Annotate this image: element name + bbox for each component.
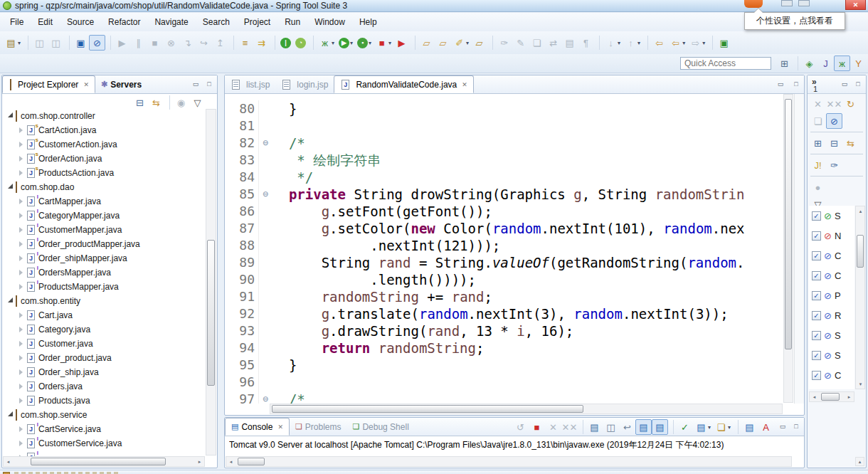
breakpoint-item-7[interactable]: ✓⊘S xyxy=(809,345,854,365)
maximize-view-button[interactable]: □ xyxy=(852,79,864,89)
group-by-button[interactable]: ● xyxy=(810,179,826,195)
breakpoint-checkbox[interactable]: ✓ xyxy=(812,251,821,260)
code-line-86[interactable]: 86 g.setFont(getFont()); xyxy=(226,203,793,220)
focus-on-active-task-button[interactable]: ◉ xyxy=(173,95,189,110)
start-server-button[interactable]: | xyxy=(278,35,293,51)
code-line-95[interactable]: 95 } xyxy=(226,357,793,374)
collapsed-twistie-icon[interactable] xyxy=(19,256,23,261)
menu-edit[interactable]: Edit xyxy=(31,14,60,31)
code-line-97[interactable]: 97⊖ /* xyxy=(226,391,793,404)
code-line-81[interactable]: 81 xyxy=(226,117,793,135)
pin-console-button[interactable]: ✓ xyxy=(677,419,693,435)
word-wrap-button[interactable]: ↩ xyxy=(619,419,635,435)
minimize-view-button[interactable]: ▭ xyxy=(839,79,850,89)
explorer-vertical-scrollbar[interactable] xyxy=(206,109,216,455)
new-dropdown[interactable]: ▾ xyxy=(18,40,21,46)
breakpoint-item-4[interactable]: ✓⊘P xyxy=(809,285,854,305)
skip-all-breakpoints-button[interactable]: ⊘ xyxy=(89,35,105,51)
explorer-horizontal-scrollbar[interactable]: ◂ ▸ xyxy=(3,456,205,467)
collapsed-twistie-icon[interactable] xyxy=(19,426,23,432)
breakpoint-checkbox[interactable]: ✓ xyxy=(812,211,821,221)
minimize-console-button[interactable]: ▭ xyxy=(777,421,788,431)
back-dropdown[interactable]: ▾ xyxy=(682,40,685,46)
scroll-left-arrow[interactable]: ◂ xyxy=(810,392,819,401)
next-annotation-dropdown[interactable]: ▾ xyxy=(618,40,620,46)
code-line-92[interactable]: 92 g.translate(random.nextInt(3), random… xyxy=(226,305,793,322)
breakpoint-item-8[interactable]: ✓⊘C xyxy=(809,365,854,385)
open-console-button[interactable]: ❏▾ xyxy=(713,419,733,435)
display-console-button[interactable]: ▤▾ xyxy=(693,419,713,435)
view-tab-project-explorer[interactable]: Project Explorer✕ xyxy=(2,75,95,93)
open-log-button[interactable]: ▤ xyxy=(741,419,758,435)
code-line-83[interactable]: 83 * 绘制字符串 xyxy=(226,152,793,169)
remove-all-breakpoints-button[interactable]: ✕✕ xyxy=(826,96,842,112)
breakpoints-vertical-scrollbar[interactable]: ▴ ▾ xyxy=(855,206,865,389)
step-over-button[interactable]: ↪ xyxy=(196,35,212,51)
coverage-button[interactable]: ▪▾ xyxy=(355,35,374,51)
tree-item-customeraction-java[interactable]: JsCustomerAction.java xyxy=(4,137,206,152)
menu-search[interactable]: Search xyxy=(196,14,237,31)
collapsed-twistie-icon[interactable] xyxy=(19,270,23,275)
tree-item-categorymapper-java[interactable]: JICategoryMapper.java xyxy=(4,209,206,223)
link-with-debug-view-button[interactable]: ⇆ xyxy=(842,135,859,151)
scroll-right-arrow[interactable]: ▸ xyxy=(845,392,854,401)
scrollbar-thumb[interactable] xyxy=(272,405,583,413)
open-wizard-folder-button[interactable]: ▱ xyxy=(418,35,435,51)
clear-console-button[interactable]: ▤ xyxy=(586,419,603,435)
coverage-dropdown[interactable]: ▾ xyxy=(369,40,371,46)
breakpoint-item-1[interactable]: ✓⊘N xyxy=(809,226,854,246)
maximize-editor-button[interactable]: □ xyxy=(790,79,802,89)
code-line-87[interactable]: 87 g.setColor(new Color(random.nextInt(1… xyxy=(226,220,793,237)
breakpoint-item-2[interactable]: ✓⊘C xyxy=(809,246,854,265)
remove-breakpoint-button[interactable]: ✕ xyxy=(810,96,826,112)
minimize-editor-button[interactable]: ▭ xyxy=(775,79,786,89)
collapsed-twistie-icon[interactable] xyxy=(19,341,23,347)
perspective-java-button[interactable]: J xyxy=(817,56,834,71)
link-with-editor-button[interactable]: ⇆ xyxy=(148,95,164,110)
collapsed-twistie-icon[interactable] xyxy=(19,227,23,233)
remove-all-launches-button[interactable]: ✕✕ xyxy=(561,419,578,435)
collapsed-twistie-icon[interactable] xyxy=(19,142,23,147)
menu-source[interactable]: Source xyxy=(60,14,101,31)
console-horizontal-scrollbar[interactable]: ◂ xyxy=(226,456,792,467)
collapse-all-button[interactable]: ⊟ xyxy=(826,135,842,151)
format-brush-button[interactable]: ✎ xyxy=(512,35,529,51)
code-line-82[interactable]: 82⊖ /* xyxy=(226,135,793,152)
collapsed-twistie-icon[interactable] xyxy=(19,127,23,133)
tree-item-com-shop-entity[interactable]: com.shop.entity xyxy=(4,294,206,308)
tree-item-productsmapper-java[interactable]: JIProductsMapper.java xyxy=(4,280,206,294)
breakpoint-checkbox[interactable]: ✓ xyxy=(812,371,821,380)
menu-window[interactable]: Window xyxy=(307,14,352,31)
overview-ruler[interactable] xyxy=(794,94,804,404)
open-perspective-button[interactable]: ⊞ xyxy=(776,56,793,71)
menu-project[interactable]: Project xyxy=(237,14,277,31)
overlay-tooltip[interactable]: 个性设置，点我看看 xyxy=(744,12,845,30)
fold-collapse-icon[interactable]: ⊖ xyxy=(258,135,272,152)
close-tab-icon[interactable]: ✕ xyxy=(462,81,467,88)
code-line-89[interactable]: 89 String rand = String.valueOf(getRando… xyxy=(226,254,793,271)
tree-item-products-java[interactable]: JProducts.java xyxy=(4,394,206,408)
editor-tab-randomvalidatecode-java[interactable]: JRandomValidateCode.java✕ xyxy=(334,75,473,93)
fastview-indicator[interactable]: » 1 xyxy=(812,77,817,93)
relaunch-button[interactable]: ↺ xyxy=(512,419,529,435)
code-line-91[interactable]: 91 randomString += rand; xyxy=(226,288,793,305)
display-console-dropdown[interactable]: ▾ xyxy=(708,424,711,431)
menu-help[interactable]: Help xyxy=(352,14,384,31)
fold-collapse-icon[interactable]: ⊖ xyxy=(258,391,272,404)
breakpoint-checkbox[interactable]: ✓ xyxy=(812,231,821,241)
open-console-dropdown[interactable]: ▾ xyxy=(728,424,731,431)
fold-collapse-icon[interactable]: ⊖ xyxy=(258,186,272,203)
ansi-console-button[interactable]: A xyxy=(758,419,774,435)
code-line-96[interactable]: 96 xyxy=(226,374,793,391)
code-line-85[interactable]: 85⊖ private String drowString(Graphics g… xyxy=(226,186,793,203)
stop-server-button[interactable]: ■▾ xyxy=(374,35,393,51)
collapsed-twistie-icon[interactable] xyxy=(19,327,23,332)
tree-item-cartmapper-java[interactable]: JICartMapper.java xyxy=(4,194,206,209)
tree-item-com-shop-dao[interactable]: com.shop.dao xyxy=(4,180,206,194)
console-tab-console[interactable]: ▤Console✕ xyxy=(225,418,290,436)
console-tab-debug-shell[interactable]: ❏Debug Shell xyxy=(347,418,415,436)
show-execution-flow-button[interactable]: ≡ xyxy=(237,35,253,51)
next-annotation-button[interactable]: ↓▾ xyxy=(603,35,623,51)
tree-item-order-productmapper-java[interactable]: JIOrder_productMapper.java xyxy=(4,237,206,251)
tree-item-cartaction-java[interactable]: JsCartAction.java xyxy=(4,123,206,137)
